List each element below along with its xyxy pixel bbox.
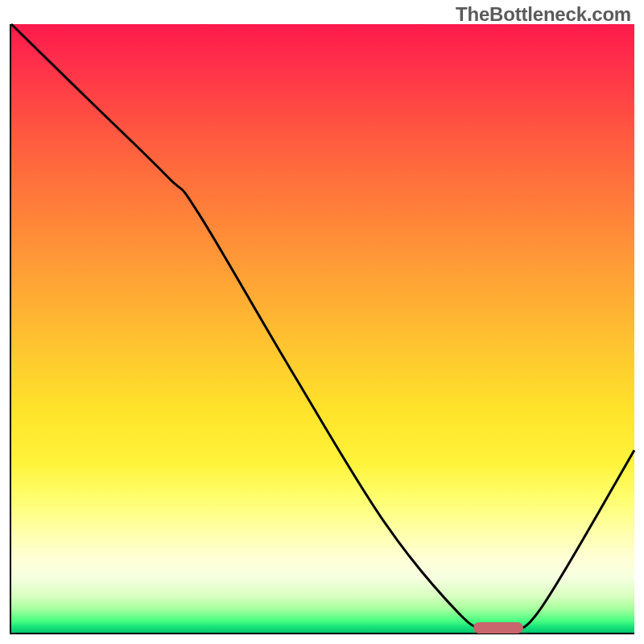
valley-marker bbox=[473, 622, 523, 634]
bottleneck-curve bbox=[11, 24, 634, 633]
chart-plot-area bbox=[10, 24, 634, 634]
watermark-text: TheBottleneck.com bbox=[456, 3, 631, 26]
curve-path bbox=[11, 24, 634, 629]
